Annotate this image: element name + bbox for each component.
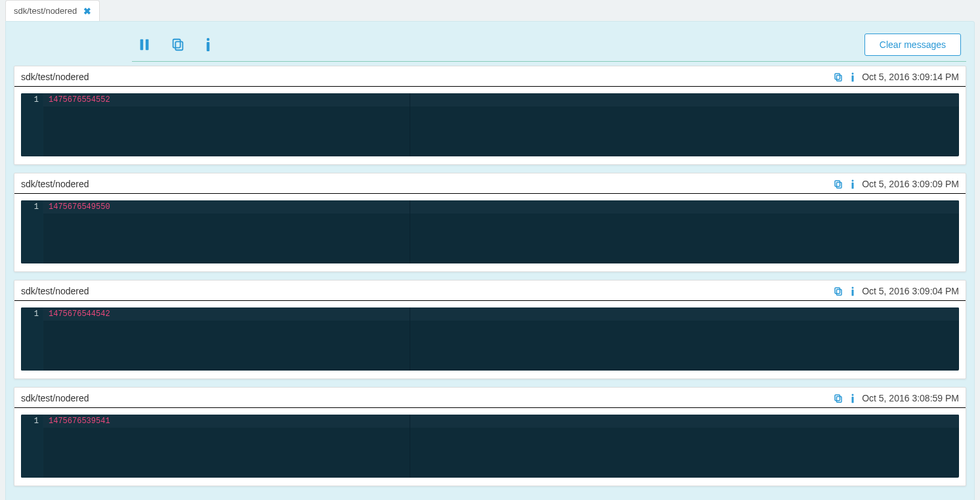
- pause-icon[interactable]: [137, 37, 152, 52]
- line-number: 1: [21, 200, 43, 263]
- svg-rect-15: [835, 287, 840, 293]
- svg-point-20: [852, 394, 854, 396]
- payload-value: 1475676544542: [49, 309, 110, 319]
- message-card: sdk/test/nodered Oct 5, 2016 3:09:09 PM …: [14, 173, 966, 272]
- line-number: 1: [21, 93, 43, 156]
- editor-split: [410, 307, 410, 371]
- line-number: 1: [21, 415, 43, 478]
- info-icon[interactable]: [204, 37, 212, 52]
- message-topic: sdk/test/nodered: [21, 393, 89, 403]
- message-card: sdk/test/nodered Oct 5, 2016 3:08:59 PM …: [14, 387, 966, 486]
- payload-value: 1475676554552: [49, 95, 110, 104]
- svg-rect-1: [146, 39, 149, 51]
- messages-panel: Clear messages sdk/test/nodered Oct 5, 2…: [5, 21, 975, 500]
- info-icon[interactable]: [850, 394, 855, 403]
- svg-rect-5: [207, 42, 209, 51]
- copy-icon[interactable]: [833, 286, 843, 296]
- svg-point-16: [852, 286, 854, 288]
- svg-rect-18: [837, 396, 842, 402]
- svg-rect-13: [852, 182, 854, 189]
- message-topic: sdk/test/nodered: [21, 72, 89, 82]
- message-timestamp: Oct 5, 2016 3:09:09 PM: [862, 179, 959, 189]
- svg-rect-11: [835, 180, 840, 186]
- svg-point-4: [207, 38, 209, 41]
- tab-topic[interactable]: sdk/test/nodered ✖: [5, 0, 100, 21]
- message-header: sdk/test/nodered Oct 5, 2016 3:08:59 PM: [14, 388, 966, 408]
- svg-rect-3: [173, 39, 181, 48]
- copy-icon[interactable]: [170, 37, 186, 52]
- message-header: sdk/test/nodered Oct 5, 2016 3:09:04 PM: [14, 281, 966, 301]
- payload-value: 1475676539541: [49, 417, 110, 426]
- svg-rect-10: [837, 182, 842, 188]
- svg-rect-14: [837, 289, 842, 295]
- svg-rect-21: [852, 396, 854, 403]
- payload-area[interactable]: 1475676549550: [43, 200, 959, 263]
- info-icon[interactable]: [850, 72, 855, 82]
- tab-bar: sdk/test/nodered ✖: [0, 0, 980, 21]
- message-body: 1 1475676549550: [21, 200, 959, 263]
- message-body: 1 1475676554552: [21, 93, 959, 156]
- svg-rect-17: [852, 289, 854, 296]
- message-topic: sdk/test/nodered: [21, 179, 89, 189]
- toolbar: Clear messages: [132, 28, 966, 62]
- copy-icon[interactable]: [833, 72, 843, 82]
- message-header: sdk/test/nodered Oct 5, 2016 3:09:09 PM: [14, 173, 966, 194]
- svg-rect-9: [852, 75, 854, 81]
- message-body: 1 1475676544542: [21, 307, 959, 371]
- message-timestamp: Oct 5, 2016 3:09:14 PM: [862, 72, 959, 82]
- message-card: sdk/test/nodered Oct 5, 2016 3:09:14 PM …: [14, 66, 966, 165]
- message-header: sdk/test/nodered Oct 5, 2016 3:09:14 PM: [14, 66, 966, 87]
- line-number: 1: [21, 307, 43, 371]
- editor-split: [410, 200, 410, 263]
- message-timestamp: Oct 5, 2016 3:09:04 PM: [862, 286, 959, 296]
- payload-area[interactable]: 1475676544542: [43, 307, 959, 371]
- editor-split: [410, 415, 410, 478]
- info-icon[interactable]: [850, 179, 855, 189]
- message-card: sdk/test/nodered Oct 5, 2016 3:09:04 PM …: [14, 280, 966, 379]
- svg-point-8: [852, 72, 854, 74]
- svg-rect-19: [835, 394, 840, 400]
- info-icon[interactable]: [850, 286, 855, 296]
- payload-area[interactable]: 1475676539541: [43, 415, 959, 478]
- svg-point-12: [852, 179, 854, 181]
- close-icon[interactable]: ✖: [83, 7, 91, 16]
- svg-rect-7: [835, 73, 840, 79]
- message-topic: sdk/test/nodered: [21, 286, 89, 296]
- tab-label: sdk/test/nodered: [14, 6, 77, 16]
- copy-icon[interactable]: [833, 179, 843, 189]
- clear-messages-button[interactable]: Clear messages: [864, 34, 961, 56]
- svg-rect-2: [175, 41, 182, 50]
- copy-icon[interactable]: [833, 394, 843, 403]
- payload-value: 1475676549550: [49, 202, 110, 212]
- svg-rect-6: [837, 75, 842, 81]
- editor-split: [410, 93, 410, 156]
- payload-area[interactable]: 1475676554552: [43, 93, 959, 156]
- message-body: 1 1475676539541: [21, 415, 959, 478]
- svg-rect-0: [140, 39, 144, 51]
- message-timestamp: Oct 5, 2016 3:08:59 PM: [862, 393, 959, 403]
